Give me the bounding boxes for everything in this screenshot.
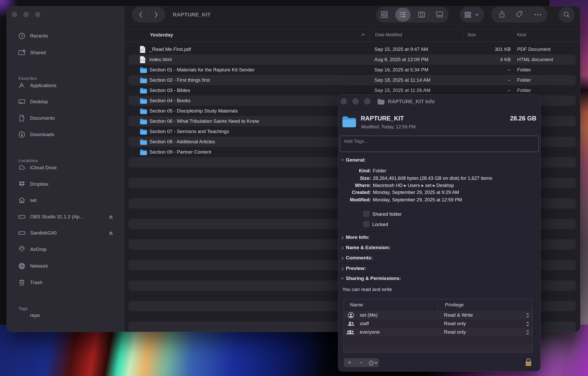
column-header-date[interactable]: Date Modified	[375, 32, 402, 37]
general-section-header[interactable]: General:	[346, 157, 366, 163]
file-name: Section 09 - Partner Content	[149, 149, 211, 155]
eject-icon[interactable]	[108, 231, 113, 235]
item-name: RAPTURE_KIT	[361, 115, 404, 122]
chevron-right-icon[interactable]	[342, 246, 344, 250]
tag-icon[interactable]	[515, 11, 523, 18]
dropbox-icon	[18, 180, 26, 188]
file-name: Section 03 - Bibles	[149, 88, 190, 93]
permissions-status: You can read and write	[342, 287, 392, 292]
file-size: --	[472, 77, 511, 83]
gallery-view-button[interactable]	[436, 11, 443, 18]
lock-icon[interactable]	[525, 357, 532, 367]
info-label: Modified:	[338, 197, 371, 203]
stepper-icon[interactable]	[526, 330, 529, 335]
search-button[interactable]	[559, 7, 575, 23]
file-row[interactable]: _Read Me First.pdf Sep 15, 2025 at 9:47 …	[128, 44, 576, 54]
sharing-permissions-section[interactable]: Sharing & Permissions:	[346, 276, 401, 281]
info-value: Folder	[373, 168, 538, 174]
info-titlebar[interactable]: RAPTURE_KIT Info	[338, 95, 540, 109]
info-label: Size:	[338, 175, 371, 181]
sidebar: Recents Shared Favorites Applications De…	[7, 6, 125, 332]
chevron-right-icon[interactable]	[342, 257, 344, 260]
sidebar-item-label: Downloads	[30, 132, 54, 137]
permission-row[interactable]: set (Me) Read & Write	[344, 311, 532, 319]
column-header-size[interactable]: Size	[467, 32, 476, 37]
zoom-button[interactable]	[35, 12, 40, 17]
file-row[interactable]: Section 03 - Bibles Sep 15, 2025 at 11:2…	[128, 85, 576, 96]
list-view-button[interactable]	[399, 11, 407, 18]
downloads-icon	[18, 131, 26, 138]
sidebar-item-icloud-drive[interactable]: iCloud Drive	[14, 162, 120, 173]
file-row[interactable]: Section 02 - First things first Sep 18, …	[128, 75, 576, 85]
folder-icon	[140, 129, 147, 135]
more-info-section[interactable]: More Info:	[346, 234, 369, 240]
add-user-button[interactable]: +	[344, 359, 355, 367]
permission-name: staff	[360, 321, 369, 326]
checkbox-label: Locked	[372, 222, 388, 227]
chevron-down-icon	[475, 13, 479, 16]
sidebar-item-label: Recents	[30, 33, 48, 39]
file-date: Sep 15, 2025 at 11:26 AM	[374, 88, 430, 93]
file-kind: Folder	[517, 77, 531, 83]
name-extension-section[interactable]: Name & Extension:	[346, 245, 390, 250]
column-view-button[interactable]	[418, 11, 425, 18]
permission-row[interactable]: staff Read only	[344, 319, 532, 328]
permission-privilege[interactable]: Read only	[444, 329, 466, 335]
view-switcher	[376, 7, 449, 23]
stepper-icon[interactable]	[526, 321, 529, 327]
back-button[interactable]	[139, 11, 143, 18]
permission-privilege[interactable]: Read only	[444, 321, 466, 326]
eject-icon[interactable]	[108, 214, 113, 219]
divider	[338, 243, 540, 243]
sort-caret-icon[interactable]	[361, 33, 365, 36]
group-by-control[interactable]	[460, 7, 484, 23]
chevron-right-icon[interactable]	[342, 267, 344, 271]
sidebar-item-downloads[interactable]: Downloads	[14, 129, 120, 140]
file-date: Aug 8, 2025 at 12:09 PM	[374, 57, 428, 62]
stepper-icon[interactable]	[526, 313, 529, 318]
sidebar-item-desktop[interactable]: Desktop	[14, 96, 120, 107]
chevron-down-icon[interactable]	[340, 277, 344, 279]
sidebar-item-shared[interactable]: Shared	[14, 47, 120, 58]
shared-folder-checkbox[interactable]	[363, 211, 369, 217]
sidebar-item-network[interactable]: Network	[14, 260, 120, 272]
sidebar-item-airdrop[interactable]: AirDrop	[14, 244, 120, 255]
share-icon[interactable]	[498, 11, 506, 18]
column-header-kind[interactable]: Kind	[517, 32, 526, 37]
remove-user-button[interactable]: −	[356, 359, 367, 367]
sidebar-item-sandiskg40[interactable]: SandiskG40	[14, 227, 120, 239]
user-circle-icon	[347, 312, 354, 319]
close-button[interactable]	[340, 98, 347, 105]
sidebar-item-obs-volume[interactable]: OBS Studio 31.1.2 (Ap...	[14, 211, 120, 222]
sidebar-item-tag-repo[interactable]: repo	[14, 310, 120, 321]
file-row[interactable]: Section 01 - Materials for the Rapture K…	[128, 65, 576, 75]
minimize-button[interactable]	[23, 12, 29, 17]
permission-privilege[interactable]: Read & Write	[444, 312, 473, 318]
sidebar-item-trash[interactable]: Trash	[14, 277, 120, 288]
more-options-icon[interactable]	[534, 13, 542, 16]
file-row[interactable]: index.html Aug 8, 2025 at 12:09 PM 4 KB …	[128, 54, 576, 65]
forward-button[interactable]	[154, 11, 158, 18]
zoom-button[interactable]	[364, 98, 371, 105]
actions-menu-button[interactable]	[367, 359, 379, 367]
icon-view-button[interactable]	[381, 11, 388, 18]
add-tags-input[interactable]: Add Tags...	[340, 136, 539, 152]
comments-section[interactable]: Comments:	[346, 255, 373, 261]
locked-checkbox[interactable]	[363, 221, 369, 227]
minimize-button[interactable]	[352, 98, 359, 105]
close-button[interactable]	[12, 12, 17, 17]
permission-row[interactable]: everyone Read only	[344, 328, 532, 336]
globe-icon	[18, 262, 26, 270]
sidebar-item-label: Trash	[30, 280, 42, 285]
preview-section[interactable]: Preview:	[346, 266, 366, 271]
sidebar-item-applications[interactable]: Applications	[14, 80, 120, 91]
file-size: --	[472, 88, 511, 93]
folder-icon	[342, 116, 357, 128]
sidebar-item-documents[interactable]: Documents	[14, 112, 120, 124]
sidebar-item-dropbox[interactable]: Dropbox	[14, 178, 120, 190]
chevron-down-icon[interactable]	[341, 159, 344, 161]
sidebar-item-recents[interactable]: Recents	[14, 30, 120, 42]
sidebar-item-home-set[interactable]: set	[14, 195, 120, 206]
file-size: 4 KB	[472, 57, 511, 62]
chevron-right-icon[interactable]	[342, 236, 344, 240]
